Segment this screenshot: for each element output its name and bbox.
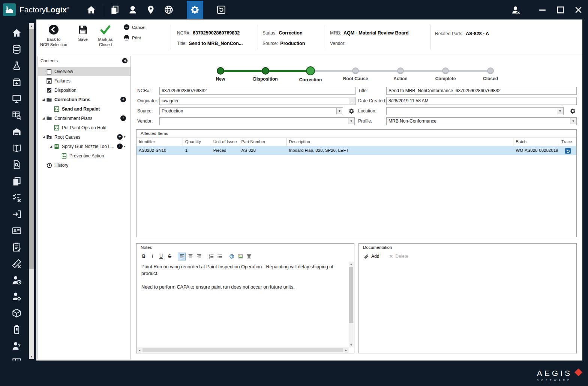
- rail-pages-button[interactable]: [10, 175, 22, 187]
- scroll-right-arrow-icon[interactable]: ►: [344, 347, 349, 353]
- scroll-up-arrow-icon[interactable]: ▲: [349, 262, 354, 266]
- rail-checklist-x-button[interactable]: [10, 192, 22, 203]
- step-new-dot[interactable]: [217, 67, 224, 75]
- scroll-left-arrow-icon[interactable]: ◄: [137, 347, 142, 353]
- step-root-cause-dot[interactable]: [352, 67, 359, 74]
- rail-flask-button[interactable]: [10, 60, 22, 72]
- add-root-causes-button[interactable]: +: [117, 134, 123, 140]
- title-input[interactable]: Send to MRB_NonConformance_6370259028607…: [386, 87, 577, 95]
- contents-item-disposition[interactable]: Disposition: [38, 85, 130, 95]
- ncr-input[interactable]: 637025902860769832: [159, 87, 356, 95]
- table-row[interactable]: AS8282-SN101PiecesAS-828Inboard Flap, 82…: [136, 146, 576, 155]
- step-correction-dot[interactable]: [306, 66, 315, 75]
- column-header-unit-of-issue[interactable]: Unit of Issue: [211, 138, 239, 146]
- column-header-part-number[interactable]: Part Number: [239, 138, 287, 146]
- dropdown-arrow-icon[interactable]: ▼: [557, 108, 563, 114]
- notes-table-grid-button[interactable]: [245, 253, 253, 260]
- rail-id-card-button[interactable]: [10, 224, 22, 236]
- contents-item-spray-gun-nozzle-too-l[interactable]: ◢Spray Gun Nozzle Too L...+▼: [38, 142, 130, 151]
- titlebar-gear-button[interactable]: [187, 1, 203, 19]
- notes-italic-button[interactable]: I: [148, 253, 156, 260]
- collapse-panel-icon[interactable]: [122, 58, 128, 64]
- documentation-add-button[interactable]: Add: [364, 254, 379, 259]
- rail-grid-button[interactable]: [10, 356, 22, 361]
- rail-table-search-button[interactable]: [10, 109, 22, 121]
- notes-vertical-scrollbar[interactable]: ▲ ▼: [349, 262, 354, 347]
- rail-clipboard-edit-button[interactable]: [10, 241, 22, 253]
- notes-horizontal-scrollbar[interactable]: ◄ ►: [137, 347, 349, 353]
- rail-scrollbar-thumb[interactable]: [29, 29, 34, 269]
- save-button[interactable]: Save: [75, 23, 91, 42]
- contents-item-correction-plans[interactable]: ◢Correction Plans+: [38, 95, 130, 104]
- notes-hscroll-thumb[interactable]: [142, 348, 343, 352]
- maximize-button[interactable]: [552, 1, 568, 19]
- back-to-ncr-selection-button[interactable]: Back toNCR Selection: [39, 23, 68, 47]
- add-spray-gun-nozzle-too-l-button[interactable]: +: [117, 144, 123, 149]
- add-menu-arrow-icon[interactable]: ▼: [123, 136, 126, 138]
- rail-box-return-button[interactable]: [10, 76, 22, 88]
- notes-editor[interactable]: Paint Run on wing recorded at Paint Insp…: [137, 262, 349, 347]
- close-button[interactable]: [570, 1, 586, 19]
- cancel-button[interactable]: Cancel: [123, 24, 146, 30]
- titlebar-pages-button[interactable]: [106, 1, 123, 19]
- rail-person-gear-button[interactable]: [10, 290, 22, 302]
- contents-item-overview[interactable]: Overview: [38, 67, 130, 76]
- contents-item-containment-plans[interactable]: ◢Containment Plans+: [38, 114, 130, 123]
- contents-item-sand-and-repaint[interactable]: Sand and Repaint: [38, 104, 130, 114]
- rail-box-plus-button[interactable]: [10, 307, 22, 319]
- scroll-down-arrow-icon[interactable]: ▼: [29, 354, 34, 359]
- notes-image-button[interactable]: [236, 253, 244, 260]
- notes-strikethrough-button[interactable]: S: [166, 253, 174, 260]
- minimize-button[interactable]: [534, 1, 550, 19]
- contents-item-put-paint-ops-on-hold[interactable]: Put Paint Ops on Hold: [38, 123, 130, 132]
- column-header-batch[interactable]: Batch: [513, 138, 559, 146]
- rail-person-clock-button[interactable]: [10, 274, 22, 286]
- column-header-trace[interactable]: Trace: [559, 138, 576, 146]
- trace-badge-icon[interactable]: [565, 148, 571, 154]
- titlebar-globe-button[interactable]: [160, 1, 177, 19]
- user-signout-button[interactable]: [507, 1, 524, 19]
- dropdown-arrow-icon[interactable]: ▼: [336, 108, 342, 114]
- dropdown-arrow-icon[interactable]: ▼: [570, 118, 576, 124]
- originator-input[interactable]: cwagner…: [159, 97, 356, 105]
- scroll-up-arrow-icon[interactable]: ▲: [29, 23, 34, 28]
- notes-underline-button[interactable]: U: [157, 253, 165, 260]
- notes-vscroll-thumb[interactable]: [349, 267, 353, 323]
- step-disposition-dot[interactable]: [262, 67, 269, 75]
- rail-scrollbar[interactable]: ▲ ▼: [29, 23, 34, 359]
- add-menu-arrow-icon[interactable]: ▼: [123, 145, 126, 148]
- notes-globe-link-button[interactable]: [228, 253, 236, 260]
- notes-num-list-button[interactable]: 123: [207, 253, 215, 260]
- rail-house-button[interactable]: [10, 27, 22, 39]
- source-select[interactable]: Production▼: [159, 107, 343, 115]
- dropdown-arrow-icon[interactable]: ▼: [348, 118, 354, 124]
- notes-bullet-list-button[interactable]: [216, 253, 224, 260]
- contents-item-failures[interactable]: Failures: [38, 76, 130, 85]
- rail-ruler-cross-button[interactable]: [10, 257, 22, 269]
- expander-icon[interactable]: ◢: [48, 145, 54, 148]
- add-containment-plans-button[interactable]: +: [120, 115, 126, 121]
- step-closed-dot[interactable]: [487, 67, 494, 74]
- rail-doc-search-button[interactable]: [10, 159, 22, 171]
- scroll-down-arrow-icon[interactable]: ▼: [349, 343, 354, 347]
- contents-item-history[interactable]: History: [38, 160, 130, 170]
- originator-browse-button[interactable]: …: [349, 98, 355, 104]
- documentation-delete-button[interactable]: Delete: [389, 254, 408, 259]
- step-action-dot[interactable]: [397, 67, 404, 74]
- titlebar-map-pin-button[interactable]: [142, 1, 159, 19]
- profile-select[interactable]: MRB Non-Conformance▼: [386, 117, 577, 125]
- column-header-identifier[interactable]: Identifier: [136, 138, 183, 146]
- column-header-quantity[interactable]: Quantity: [183, 138, 211, 146]
- notes-bold-button[interactable]: B: [140, 253, 148, 260]
- vendor-select[interactable]: ▼: [159, 117, 355, 125]
- contents-item-root-causes[interactable]: ◢Root Causes+▼: [38, 132, 130, 142]
- source-settings-gear-button[interactable]: [348, 108, 355, 114]
- add-correction-plans-button[interactable]: +: [120, 97, 126, 102]
- rail-arrow-export-button[interactable]: [10, 208, 22, 220]
- rail-warehouse-button[interactable]: [10, 126, 22, 138]
- expander-icon[interactable]: ◢: [41, 135, 46, 139]
- notes-align-right-button[interactable]: [195, 253, 203, 260]
- rail-person-question-button[interactable]: ?: [10, 340, 22, 352]
- location-settings-gear-button[interactable]: [570, 108, 576, 114]
- expander-icon[interactable]: ◢: [41, 98, 46, 101]
